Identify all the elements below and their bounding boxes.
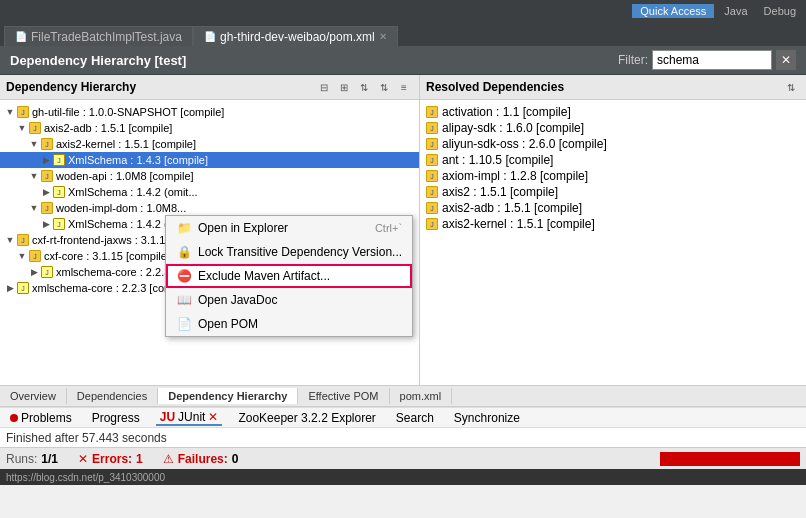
search-tab[interactable]: Search xyxy=(392,411,438,425)
errors-label: Errors: xyxy=(92,452,132,466)
exclude-icon: ⛔ xyxy=(176,268,192,284)
title-bar: Dependency Hierarchy [test] Filter: ✕ xyxy=(0,46,806,75)
synchronize-tab[interactable]: Synchronize xyxy=(450,411,524,425)
tree-item[interactable]: ▼ J gh-util-file : 1.0.0-SNAPSHOT [compi… xyxy=(0,104,419,120)
tree-arrow-icon: ▼ xyxy=(16,250,28,262)
left-panel: Dependency Hierarchy ⊟ ⊞ ⇅ ⇅ ≡ ▼ J gh-ut… xyxy=(0,75,420,385)
progress-tab[interactable]: Progress xyxy=(88,411,144,425)
right-panel-header: Resolved Dependencies ⇅ xyxy=(420,75,806,100)
right-panel: Resolved Dependencies ⇅ J activation : 1… xyxy=(420,75,806,385)
expand-btn[interactable]: ⊞ xyxy=(335,78,353,96)
java-button[interactable]: Java xyxy=(718,4,753,18)
tree-arrow-icon: ▶ xyxy=(40,218,52,230)
progress-bar xyxy=(660,452,800,466)
collapse-btn[interactable]: ⊟ xyxy=(315,78,333,96)
left-panel-header: Dependency Hierarchy ⊟ ⊞ ⇅ ⇅ ≡ xyxy=(0,75,419,100)
context-open-javadoc[interactable]: 📖 Open JavaDoc xyxy=(166,288,412,312)
tab-pom-xml[interactable]: 📄 gh-third-dev-weibao/pom.xml ✕ xyxy=(193,26,398,46)
context-open-explorer[interactable]: 📁 Open in Explorer Ctrl+` xyxy=(166,216,412,240)
problems-tab[interactable]: Problems xyxy=(6,411,76,425)
resolved-item[interactable]: J axiom-impl : 1.2.8 [compile] xyxy=(420,168,806,184)
jar-icon: J xyxy=(426,202,438,214)
tab-dependency-hierarchy[interactable]: Dependency Hierarchy xyxy=(158,388,298,404)
problems-bar: Problems Progress JU JUnit ✕ ZooKeeper 3… xyxy=(0,407,806,427)
tree-item[interactable]: ▶ J XmlSchema : 1.4.2 (omit... xyxy=(0,184,419,200)
tab-effective-pom[interactable]: Effective POM xyxy=(298,388,389,404)
tree-arrow-icon: ▶ xyxy=(4,282,16,294)
context-lock-dep[interactable]: 🔒 Lock Transitive Dependency Version... xyxy=(166,240,412,264)
tab-file-trade[interactable]: 📄 FileTradeBatchImplTest.java xyxy=(4,26,193,46)
jar-icon: J xyxy=(426,122,438,134)
jar-icon: J xyxy=(426,138,438,150)
tree-arrow-icon: ▼ xyxy=(28,202,40,214)
jar-icon: J xyxy=(52,153,66,167)
resolved-item[interactable]: J axis2-adb : 1.5.1 [compile] xyxy=(420,200,806,216)
zookeeper-tab[interactable]: ZooKeeper 3.2.2 Explorer xyxy=(234,411,379,425)
jar-icon: J xyxy=(426,154,438,166)
jar-icon: J xyxy=(426,186,438,198)
tree-arrow-icon: ▼ xyxy=(28,170,40,182)
tree-item[interactable]: ▼ J woden-impl-dom : 1.0M8... xyxy=(0,200,419,216)
jar-icon: J xyxy=(28,249,42,263)
runs-bar: Runs: 1/1 ✕ Errors: 1 ⚠ Failures: 0 xyxy=(0,447,806,469)
error-indicator xyxy=(10,414,18,422)
runs-label: Runs: xyxy=(6,452,37,466)
jar-icon: J xyxy=(16,233,30,247)
errors-value: 1 xyxy=(136,452,143,466)
right-sort-btn[interactable]: ⇅ xyxy=(782,78,800,96)
right-panel-toolbar: ⇅ xyxy=(782,78,800,96)
junit-tab[interactable]: JU JUnit ✕ xyxy=(156,410,223,426)
failures-value: 0 xyxy=(232,452,239,466)
pom-icon: 📄 xyxy=(176,316,192,332)
sort2-btn[interactable]: ⇅ xyxy=(375,78,393,96)
tree-arrow-icon: ▼ xyxy=(28,138,40,150)
context-open-pom[interactable]: 📄 Open POM xyxy=(166,312,412,336)
tab-overview[interactable]: Overview xyxy=(0,388,67,404)
jar-icon: J xyxy=(40,201,54,215)
bottom-tabs: Overview Dependencies Dependency Hierarc… xyxy=(0,385,806,407)
tab-close-icon[interactable]: ✕ xyxy=(379,31,387,42)
right-panel-title: Resolved Dependencies xyxy=(426,80,564,94)
url-bar: https://blog.csdn.net/p_3410300000 xyxy=(0,469,806,485)
jar-icon: J xyxy=(426,218,438,230)
resolved-item[interactable]: J aliyun-sdk-oss : 2.6.0 [compile] xyxy=(420,136,806,152)
quick-access-button[interactable]: Quick Access xyxy=(632,4,714,18)
tree-item[interactable]: ▼ J axis2-kernel : 1.5.1 [compile] xyxy=(0,136,419,152)
tree-item[interactable]: ▼ J axis2-adb : 1.5.1 [compile] xyxy=(0,120,419,136)
resolved-item[interactable]: J ant : 1.10.5 [compile] xyxy=(420,152,806,168)
tree-arrow-icon: ▶ xyxy=(28,266,40,278)
jar-icon: J xyxy=(52,185,66,199)
left-panel-title: Dependency Hierarchy xyxy=(6,80,136,94)
tab-pom-xml[interactable]: pom.xml xyxy=(390,388,453,404)
tree-arrow-icon: ▶ xyxy=(40,154,52,166)
folder-icon: 📁 xyxy=(176,220,192,236)
jar-icon: J xyxy=(426,170,438,182)
filter-input[interactable] xyxy=(652,50,772,70)
sort1-btn[interactable]: ⇅ xyxy=(355,78,373,96)
sort3-btn[interactable]: ≡ xyxy=(395,78,413,96)
fail-flag-icon: ⚠ xyxy=(163,452,174,466)
context-exclude-artifact[interactable]: ⛔ Exclude Maven Artifact... xyxy=(166,264,412,288)
failures-item: ⚠ Failures: 0 xyxy=(163,452,239,466)
jar-icon: J xyxy=(40,137,54,151)
resolved-item[interactable]: J axis2-kernel : 1.5.1 [compile] xyxy=(420,216,806,232)
tab-bar: 📄 FileTradeBatchImplTest.java 📄 gh-third… xyxy=(0,22,806,46)
tab-dependencies[interactable]: Dependencies xyxy=(67,388,158,404)
filter-clear-button[interactable]: ✕ xyxy=(776,50,796,70)
resolved-item[interactable]: J activation : 1.1 [compile] xyxy=(420,104,806,120)
jar-icon: J xyxy=(16,281,30,295)
errors-item: ✕ Errors: 1 xyxy=(78,452,143,466)
filter-label: Filter: xyxy=(618,53,648,67)
resolved-item[interactable]: J alipay-sdk : 1.6.0 [compile] xyxy=(420,120,806,136)
jar-icon: J xyxy=(28,121,42,135)
javadoc-icon: 📖 xyxy=(176,292,192,308)
debug-button[interactable]: Debug xyxy=(758,4,802,18)
tree-item[interactable]: ▼ J woden-api : 1.0M8 [compile] xyxy=(0,168,419,184)
tree-item-xmlschema[interactable]: ▶ J XmlSchema : 1.4.3 [compile] xyxy=(0,152,419,168)
runs-item: Runs: 1/1 xyxy=(6,452,58,466)
tree-arrow-icon: ▼ xyxy=(16,122,28,134)
resolved-item[interactable]: J axis2 : 1.5.1 [compile] xyxy=(420,184,806,200)
tree-arrow-icon: ▼ xyxy=(4,106,16,118)
jar-icon: J xyxy=(40,169,54,183)
jar-icon: J xyxy=(52,217,66,231)
